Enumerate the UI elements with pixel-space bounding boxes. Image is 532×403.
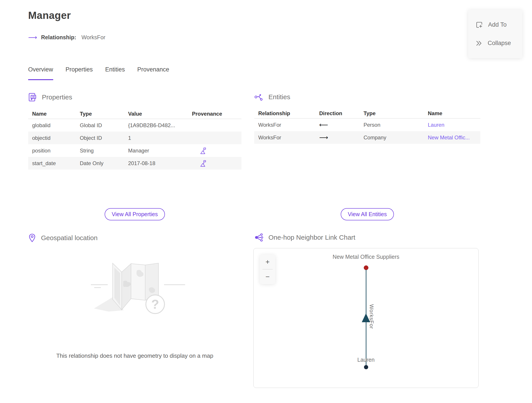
tab-provenance[interactable]: Provenance [137,66,169,80]
map-pin-icon [28,234,36,242]
table-row: globalid Global ID {1A9DB2B6-D482... [28,119,241,132]
relationship-value: WorksFor [81,34,105,41]
prop-value: 1 [124,135,188,141]
prop-name: objectid [28,135,76,141]
tab-bar: Overview Properties Entities Provenance [28,66,169,80]
chevrons-right-icon [476,40,482,46]
direction-arrow-right-icon: ⟶ [315,134,360,141]
entities-table: Relationship Direction Type Name WorksFo… [254,108,480,144]
col-header-name: Name [28,111,76,117]
entities-icon [254,93,264,101]
prop-value: 2017-08-18 [124,160,188,166]
link-chart-section-title: One-hop Neighbor Link Chart [268,234,355,241]
prop-type: Date Only [76,160,124,166]
prop-value: Manager [124,148,188,154]
table-row: objectid Object ID 1 [28,132,241,144]
tab-entities[interactable]: Entities [105,66,125,80]
person-node-label: Lauren [253,357,478,363]
no-geometry-message: This relationship does not have geometry… [28,352,241,359]
table-row: WorksFor ⟵ Person Lauren [254,118,480,131]
link-chart-canvas[interactable]: + − New Metal Office Suppliers WorksFor … [253,248,479,388]
zoom-out-button[interactable]: − [260,269,275,284]
entity-relationship: WorksFor [254,122,315,128]
link-chart-section-header: One-hop Neighbor Link Chart [254,234,355,241]
prop-name: position [28,148,76,154]
properties-panel: Properties Name Type Value Provenance gl… [28,93,241,169]
page-title: Manager [28,9,71,21]
link-chart-icon [254,234,264,241]
col-header-value: Value [124,111,188,117]
company-node-label: New Metal Office Suppliers [253,254,478,260]
table-row: start_date Date Only 2017-08-18 [28,157,241,169]
prop-name: start_date [28,160,76,166]
tab-properties[interactable]: Properties [66,66,93,80]
properties-section-title: Properties [42,93,72,101]
col-header-direction: Direction [315,110,360,117]
col-header-provenance: Provenance [188,111,241,117]
view-all-properties-button[interactable]: View All Properties [105,208,165,220]
properties-table: Name Type Value Provenance globalid Glob… [28,109,241,169]
properties-icon [28,93,37,102]
add-to-button[interactable]: Add To [468,20,522,30]
relationship-subtitle: ⟶ Relationship: WorksFor [28,34,105,41]
entity-type: Company [360,135,424,141]
view-all-entities-button[interactable]: View All Entities [341,208,394,220]
edge-label: WorksFor [368,304,375,329]
map-placeholder: ? [28,261,241,317]
collapse-label: Collapse [488,40,511,47]
provenance-flag-icon[interactable] [200,147,207,155]
prop-type: String [76,148,124,154]
properties-section-header: Properties [28,93,241,102]
prop-type: Global ID [76,122,124,129]
direction-arrow-left-icon: ⟵ [315,121,360,129]
collapse-button[interactable]: Collapse [468,38,522,48]
col-header-relationship: Relationship [254,110,315,117]
relationship-arrow-icon: ⟶ [28,34,37,41]
col-header-type: Type [76,111,124,117]
entity-type: Person [360,122,424,128]
entities-panel: Entities Relationship Direction Type Nam… [254,93,480,144]
tab-overview[interactable]: Overview [28,66,53,80]
add-to-icon [476,21,483,28]
svg-text:?: ? [151,297,159,311]
prop-type: Object ID [76,135,124,141]
prop-value: {1A9DB2B6-D482... [124,122,188,129]
folded-map-illustration: ? [84,261,186,317]
entities-section-title: Entities [268,93,290,101]
geospatial-section-title: Geospatial location [41,234,98,242]
entities-section-header: Entities [254,93,480,101]
table-row: position String Manager [28,144,241,157]
actions-card: Add To Collapse [468,10,522,58]
entities-table-header: Relationship Direction Type Name [254,108,480,118]
entity-name-link[interactable]: New Metal Offic... [424,135,480,141]
person-node[interactable] [364,365,368,369]
provenance-flag-icon[interactable] [200,160,207,167]
geospatial-section-header: Geospatial location [28,234,98,242]
col-header-name: Name [424,110,480,117]
company-node[interactable] [364,265,368,270]
col-header-type: Type [360,110,424,117]
properties-table-header: Name Type Value Provenance [28,109,241,119]
entity-relationship: WorksFor [254,135,315,141]
relationship-label: Relationship: [41,34,76,41]
entity-name-link[interactable]: Lauren [424,122,480,128]
prop-name: globalid [28,122,76,129]
add-to-label: Add To [488,21,507,28]
table-row: WorksFor ⟶ Company New Metal Offic... [254,131,480,144]
